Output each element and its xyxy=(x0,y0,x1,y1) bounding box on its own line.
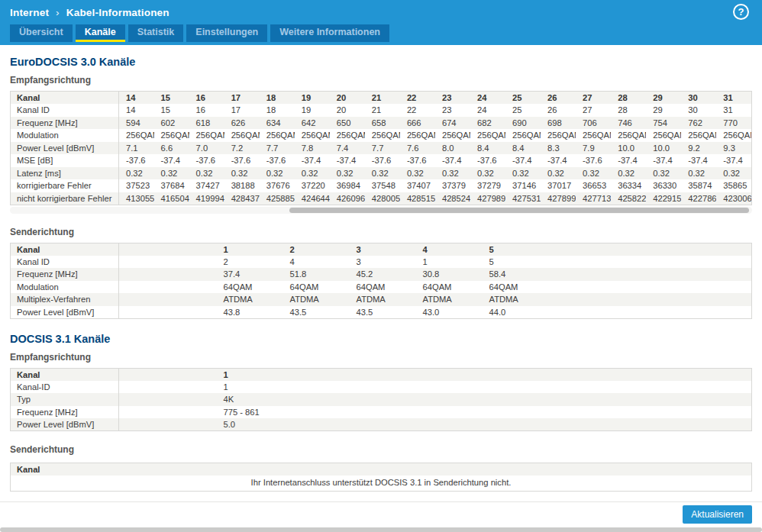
spacer-cell xyxy=(119,406,217,419)
value-cell: 423006 xyxy=(716,192,751,205)
value-cell: 0.32 xyxy=(260,167,295,180)
spacer-cell xyxy=(119,256,217,269)
row-label: Frequenz [MHz] xyxy=(11,268,119,281)
value-cell: ATDMA xyxy=(217,293,283,306)
value-cell: 43.0 xyxy=(416,306,483,319)
value-cell: 0.32 xyxy=(119,167,154,180)
value-cell: 31 xyxy=(716,92,751,105)
table-message-row: Ihr Internetanschluss unterstützt DOCSIS… xyxy=(11,476,752,492)
scrollbar-thumb[interactable] xyxy=(289,208,749,213)
value-cell: 37.4 xyxy=(217,268,283,281)
value-cell: 7.7 xyxy=(260,142,295,155)
value-cell: 256QAM xyxy=(716,129,751,142)
value-cell: 29 xyxy=(646,104,681,117)
value-cell: 0.32 xyxy=(611,167,646,180)
filler-cell xyxy=(549,281,752,294)
value-cell: 35865 xyxy=(716,179,751,192)
row-label: Modulation xyxy=(11,281,119,294)
tab-kanaele[interactable]: Kanäle xyxy=(76,24,125,42)
value-cell: 1 xyxy=(217,368,283,381)
subheading-empfangsrichtung-30: Empfangsrichtung xyxy=(10,75,752,85)
value-cell: 7.9 xyxy=(576,142,611,155)
value-cell: 37279 xyxy=(470,179,505,192)
tab-uebersicht[interactable]: Übersicht xyxy=(10,24,73,42)
row-label: Kanal ID xyxy=(11,104,119,117)
bottom-scrollbar[interactable] xyxy=(0,527,762,532)
table-header-label: Kanal xyxy=(11,463,752,476)
value-cell: -37.4 xyxy=(681,154,716,167)
value-cell: 37427 xyxy=(189,179,224,192)
tab-weitere-informationen[interactable]: Weitere Informationen xyxy=(270,24,389,42)
row-label: Kanal xyxy=(11,243,119,256)
value-cell: 256QAM xyxy=(224,129,260,142)
value-cell: 15 xyxy=(154,92,189,105)
row-label: Multiplex-Verfahren xyxy=(11,293,119,306)
value-cell: 14 xyxy=(119,92,154,105)
value-cell: 425885 xyxy=(260,192,295,205)
row-label: Power Level [dBmV] xyxy=(11,142,119,155)
value-cell: 424644 xyxy=(295,192,330,205)
value-cell: 416504 xyxy=(154,192,189,205)
value-cell: 256QAM xyxy=(576,129,611,142)
table-row: MSE [dB]-37.6-37.4-37.6-37.6-37.6-37.4-3… xyxy=(11,154,752,167)
value-cell: 0.32 xyxy=(716,167,751,180)
value-cell: 37017 xyxy=(541,179,576,192)
filler-cell xyxy=(283,393,752,406)
table-row: Modulation64QAM64QAM64QAM64QAM64QAM xyxy=(11,281,752,294)
value-cell: ATDMA xyxy=(416,293,483,306)
value-cell: 427989 xyxy=(470,192,505,205)
table-message: Ihr Internetanschluss unterstützt DOCSIS… xyxy=(11,476,752,492)
table-header-row: Kanal1 xyxy=(11,368,752,381)
footer: Aktualisieren xyxy=(0,501,762,527)
value-cell: 256QAM xyxy=(541,129,576,142)
data-table: KanalIhr Internetanschluss unterstützt D… xyxy=(10,463,752,492)
value-cell: 51.8 xyxy=(283,268,350,281)
breadcrumb-parent[interactable]: Internet xyxy=(10,7,49,18)
value-cell: 19 xyxy=(295,92,330,105)
filler-cell xyxy=(549,243,752,256)
tab-einstellungen[interactable]: Einstellungen xyxy=(186,24,267,42)
value-cell: 650 xyxy=(330,117,365,130)
value-cell: 16 xyxy=(189,104,224,117)
filler-cell xyxy=(283,406,752,419)
value-cell: 35874 xyxy=(681,179,716,192)
horizontal-scrollbar[interactable] xyxy=(10,207,752,214)
value-cell: 31 xyxy=(716,104,751,117)
value-cell: 428515 xyxy=(400,192,435,205)
value-cell: 9.2 xyxy=(681,142,716,155)
value-cell: 256QAM xyxy=(365,129,400,142)
value-cell: 658 xyxy=(365,117,400,130)
value-cell: -37.6 xyxy=(576,154,611,167)
table-row: Kanal-ID1 xyxy=(11,381,752,394)
value-cell: 256QAM xyxy=(505,129,541,142)
row-label: Frequenz [MHz] xyxy=(11,117,119,130)
value-cell: 6.6 xyxy=(154,142,189,155)
tab-statistik[interactable]: Statistik xyxy=(128,24,184,42)
value-cell: 626 xyxy=(224,117,260,130)
value-cell: 4 xyxy=(416,243,483,256)
row-label: Latenz [ms] xyxy=(11,167,119,180)
value-cell: 9.3 xyxy=(716,142,751,155)
table-header-row: Kanal14151617181920212223242526272829303… xyxy=(11,92,752,105)
help-icon[interactable]: ? xyxy=(733,4,749,20)
value-cell: 27 xyxy=(576,92,611,105)
value-cell: 7.7 xyxy=(365,142,400,155)
data-table: Kanal12345Kanal ID24315Frequenz [MHz]37.… xyxy=(10,243,752,319)
value-cell: 4 xyxy=(283,256,350,269)
value-cell: -37.6 xyxy=(470,154,505,167)
row-label: nicht korrigierbare Fehler xyxy=(11,192,119,205)
value-cell: 0.32 xyxy=(646,167,681,180)
value-cell: 27 xyxy=(576,104,611,117)
refresh-button[interactable]: Aktualisieren xyxy=(683,505,752,524)
value-cell: 45.2 xyxy=(350,268,416,281)
value-cell: 17 xyxy=(224,92,260,105)
row-label: Power Level [dBmV] xyxy=(11,306,119,319)
value-cell: 256QAM xyxy=(260,129,295,142)
filler-cell xyxy=(549,293,752,306)
value-cell: 21 xyxy=(365,92,400,105)
eurodocsis30-empfang-table: Kanal14151617181920212223242526272829303… xyxy=(10,91,752,205)
value-cell: 43.5 xyxy=(283,306,350,319)
value-cell: 256QAM xyxy=(646,129,681,142)
filler-cell xyxy=(549,268,752,281)
value-cell: 7.2 xyxy=(224,142,260,155)
